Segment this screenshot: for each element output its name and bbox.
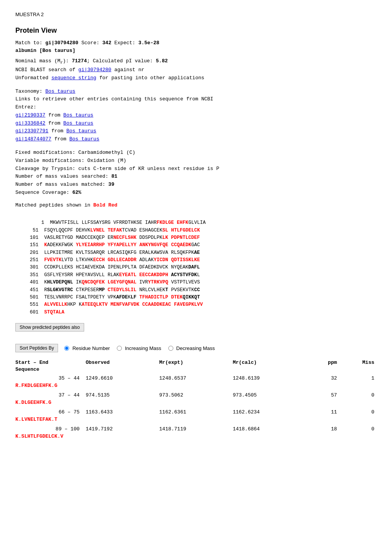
table-seq-row: K.DLGEEHFK.G <box>15 399 377 408</box>
table-seq-row: R.FKDLGEEHFK.G <box>15 382 377 392</box>
col-start-end: Start – End <box>15 358 86 367</box>
cell-mrexpt: 1248.6537 <box>159 375 233 382</box>
cell-sequence: K.SLHTLFGDELCK.V <box>15 433 377 442</box>
sequence-string-link[interactable]: sequence string <box>51 75 96 81</box>
cell-mrcalc: 1162.6234 <box>233 408 306 416</box>
bos-taurus-link-2[interactable]: Bos taurus <box>66 128 96 134</box>
cell-sequence: R.FKDLGEEHFK.G <box>15 382 377 392</box>
increasing-mass-label: Increasing Mass <box>125 345 161 351</box>
table-seq-row: K.LVNELTEFAK.T <box>15 416 377 425</box>
nominal-mass-block: Nominal mass (Mr): 71274; Calculated pI … <box>15 57 377 82</box>
gi-link-1[interactable]: gi|3336842 <box>15 120 45 126</box>
col-ppm: ppm <box>306 358 345 367</box>
cell-miss: 0 <box>345 392 377 399</box>
col-miss: Miss <box>345 358 377 367</box>
cell-range: 66 – 75 <box>15 408 86 416</box>
cell-mrexpt: 1162.6361 <box>159 408 233 416</box>
cell-miss: 0 <box>345 408 377 416</box>
decreasing-mass-label: Decreasing Mass <box>176 345 215 351</box>
cell-range: 35 – 44 <box>15 375 86 382</box>
cell-observed: 974.5135 <box>86 392 159 399</box>
radio-residue-number[interactable] <box>64 346 69 351</box>
cell-range: 37 – 44 <box>15 392 86 399</box>
table-header-row: Start – End Observed Mr(expt) Mr(calc) p… <box>15 358 377 367</box>
col-mrcalc: Mr(calc) <box>233 358 306 367</box>
gi-link-2[interactable]: gi|23307791 <box>15 128 48 134</box>
match-info: Match to: gi|30794280 Score: 342 Expect:… <box>15 39 377 54</box>
table-row: 66 – 75 1163.6433 1162.6361 1162.6234 11… <box>15 408 377 416</box>
matched-note: Matched peptides shown in Bold Red <box>15 202 377 208</box>
radio-decreasing-mass[interactable] <box>168 346 173 351</box>
peptide-table: Start – End Observed Mr(expt) Mr(calc) p… <box>15 358 377 442</box>
cell-range: 89 – 100 <box>15 425 86 433</box>
cell-mrcalc: 1418.6864 <box>233 425 306 433</box>
cell-miss: 1 <box>345 375 377 382</box>
gi-link-0[interactable]: gi|2190337 <box>15 112 45 118</box>
taxonomy-block: Taxonomy: Bos taurus Links to retrieve o… <box>15 88 377 144</box>
bos-taurus-link-1[interactable]: Bos taurus <box>63 120 93 126</box>
cell-ppm: 57 <box>306 392 345 399</box>
table-row: 37 – 44 974.5135 973.5062 973.4505 57 0 <box>15 392 377 399</box>
cell-mrexpt: 1418.7119 <box>159 425 233 433</box>
radio-increasing-mass[interactable] <box>117 346 122 351</box>
col-sequence: Sequence <box>15 367 377 375</box>
cell-ppm: 11 <box>306 408 345 416</box>
cell-ppm: 18 <box>306 425 345 433</box>
col-mrexpt: Mr(expt) <box>159 358 233 367</box>
cell-mrcalc: 1248.6139 <box>233 375 306 382</box>
table-row: 35 – 44 1249.6610 1248.6537 1248.6139 32… <box>15 375 377 382</box>
cell-mrcalc: 973.4505 <box>233 392 306 399</box>
show-predicted-button[interactable]: Show predicted peptides also <box>15 323 84 332</box>
sort-bar: Sort Peptides By Residue Number Increasi… <box>15 344 377 352</box>
cell-observed: 1249.6610 <box>86 375 159 382</box>
gi-link-3[interactable]: gi|148744077 <box>15 136 51 142</box>
cell-mrexpt: 973.5062 <box>159 392 233 399</box>
cell-observed: 1419.7192 <box>86 425 159 433</box>
bos-taurus-link-0[interactable]: Bos taurus <box>63 112 93 118</box>
cell-sequence: K.LVNELTEFAK.T <box>15 416 377 425</box>
cell-ppm: 32 <box>306 375 345 382</box>
table-seq-row: K.SLHTLFGDELCK.V <box>15 433 377 442</box>
sort-peptides-button[interactable]: Sort Peptides By <box>15 344 58 352</box>
page-title: MUESTRA 2 <box>15 12 377 17</box>
ncbi-blast-link[interactable]: gi|30794280 <box>78 67 111 73</box>
table-row: 89 – 100 1419.7192 1418.7119 1418.6864 1… <box>15 425 377 433</box>
taxonomy-link[interactable]: Bos taurus <box>45 88 75 94</box>
residue-number-label: Residue Number <box>72 345 110 351</box>
cell-observed: 1163.6433 <box>86 408 159 416</box>
section-title: Protein View <box>15 27 377 35</box>
cell-sequence: K.DLGEEHFK.G <box>15 399 377 408</box>
mods-block: Fixed modifications: Carbamidomethyl (C)… <box>15 149 377 197</box>
bos-taurus-link-3[interactable]: Bos taurus <box>69 136 99 142</box>
col-observed: Observed <box>86 358 159 367</box>
table-header-seq-row: Sequence <box>15 367 377 375</box>
sequence-display: 1 MKWVTFISLL LLFSSAYSRG VFRRDTHKSE IAHRF… <box>15 212 377 316</box>
cell-miss: 0 <box>345 425 377 433</box>
